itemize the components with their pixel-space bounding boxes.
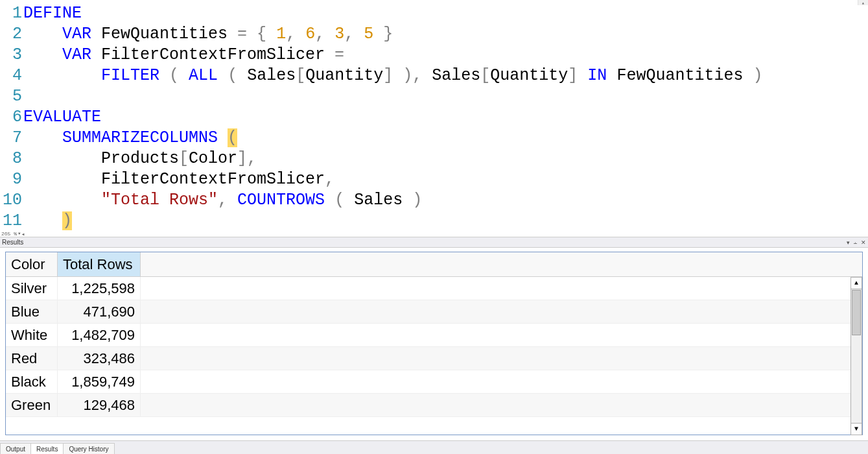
table-row[interactable]: Red323,486 — [6, 347, 862, 370]
cell-total-rows: 1,859,749 — [58, 370, 141, 393]
panel-pin-icon[interactable]: ⫠ — [852, 239, 858, 246]
results-grid[interactable]: Color Total Rows Silver1,225,598Blue471,… — [6, 252, 862, 435]
column-header-filler — [141, 252, 862, 276]
zoom-dropdown-icon[interactable]: ▼ — [18, 232, 21, 236]
scroll-down-icon[interactable]: ▼ — [851, 423, 862, 435]
status-tab-results[interactable]: Results — [30, 443, 64, 454]
results-pane: Color Total Rows Silver1,225,598Blue471,… — [0, 248, 868, 440]
cell-total-rows: 323,486 — [58, 347, 141, 370]
status-tab-bar: OutputResultsQuery History — [0, 440, 868, 454]
table-row[interactable]: Black1,859,749 — [6, 370, 862, 394]
cell-color: Black — [6, 370, 58, 393]
grid-header-row: Color Total Rows — [6, 252, 862, 277]
table-row[interactable]: White1,482,709 — [6, 324, 862, 347]
cell-total-rows: 129,468 — [58, 394, 141, 416]
panel-close-icon[interactable]: ✕ — [861, 239, 866, 246]
column-header-color[interactable]: Color — [6, 252, 58, 276]
status-tab-output[interactable]: Output — [0, 443, 31, 454]
cell-color: Red — [6, 347, 58, 370]
results-grid-container: Color Total Rows Silver1,225,598Blue471,… — [5, 252, 863, 435]
cell-total-rows: 1,225,598 — [58, 277, 141, 300]
panel-dropdown-icon[interactable]: ▾ — [847, 239, 850, 246]
grid-body: Silver1,225,598Blue471,690White1,482,709… — [6, 277, 862, 417]
status-tab-query-history[interactable]: Query History — [63, 443, 114, 454]
editor-scroll-up[interactable]: ▴ — [858, 0, 868, 5]
results-panel-header[interactable]: Results ▾ ⫠ ✕ — [0, 237, 868, 248]
line-number: 7 — [0, 128, 22, 149]
cell-color: Blue — [6, 300, 58, 323]
code-area[interactable]: DEFINE VAR FewQuantities = { 1, 6, 3, 5 … — [22, 0, 868, 237]
line-number: 4 — [0, 66, 22, 86]
results-panel-title: Results — [2, 239, 23, 246]
zoom-label: 265 % — [1, 231, 17, 237]
zoom-left-icon[interactable]: ◀ — [22, 232, 25, 237]
line-number: 3 — [0, 45, 22, 66]
results-scrollbar[interactable]: ▲ ▼ — [850, 277, 862, 435]
line-number: 2 — [0, 24, 22, 45]
cell-color: Silver — [6, 277, 58, 300]
cell-total-rows: 1,482,709 — [58, 324, 141, 346]
zoom-indicator[interactable]: 265 % ▼ ◀ — [0, 231, 24, 237]
table-row[interactable]: Green129,468 — [6, 394, 862, 417]
line-number: 6 — [0, 107, 22, 128]
table-row[interactable]: Silver1,225,598 — [6, 277, 862, 300]
line-number: 8 — [0, 149, 22, 169]
scroll-up-icon[interactable]: ▲ — [851, 278, 862, 289]
line-number: 1 — [0, 3, 22, 24]
line-number-gutter: 1234567891011 — [0, 0, 22, 237]
line-number: 10 — [0, 190, 22, 211]
code-editor[interactable]: ▴ 1234567891011 DEFINE VAR FewQuantities… — [0, 0, 868, 237]
scroll-thumb[interactable] — [852, 290, 861, 335]
line-number: 11 — [0, 211, 22, 232]
column-header-total-rows[interactable]: Total Rows — [58, 252, 141, 276]
cell-color: White — [6, 324, 58, 346]
cell-color: Green — [6, 394, 58, 416]
line-number: 5 — [0, 86, 22, 107]
cell-total-rows: 471,690 — [58, 300, 141, 323]
table-row[interactable]: Blue471,690 — [6, 300, 862, 324]
line-number: 9 — [0, 169, 22, 190]
